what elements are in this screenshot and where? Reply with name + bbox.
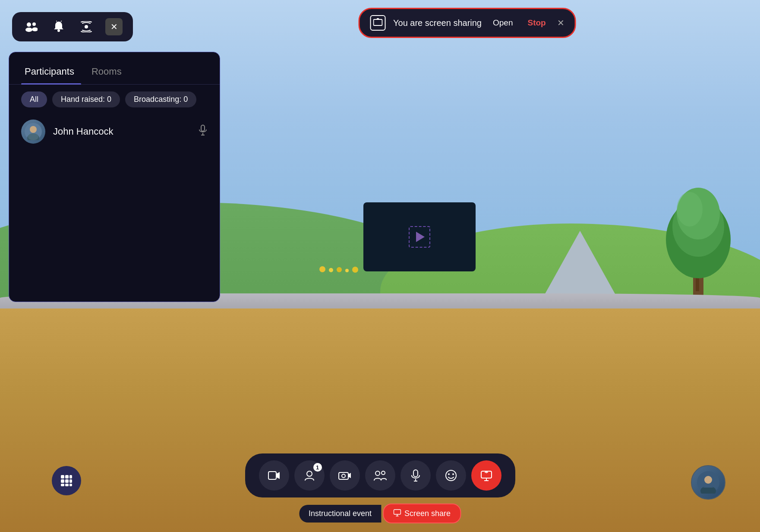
open-share-button[interactable]: Open: [489, 16, 516, 29]
svg-rect-19: [201, 125, 205, 131]
svg-point-34: [342, 474, 345, 478]
svg-point-9: [32, 28, 38, 31]
emoji-button[interactable]: [436, 460, 466, 491]
svg-rect-37: [413, 470, 418, 477]
participants-panel: Participants Rooms All Hand raised: 0 Br…: [9, 52, 220, 302]
user-avatar-corner[interactable]: [691, 465, 725, 500]
tab-rooms[interactable]: Rooms: [88, 63, 129, 84]
play-icon: [416, 232, 425, 242]
svg-rect-22: [61, 475, 64, 478]
bell-icon[interactable]: [50, 18, 67, 35]
screen-share-bar: You are screen sharing Open Stop ✕: [358, 8, 576, 38]
svg-point-36: [382, 471, 385, 475]
svg-line-12: [61, 21, 62, 22]
svg-point-47: [704, 476, 712, 484]
svg-point-40: [446, 470, 456, 481]
svg-rect-31: [268, 472, 276, 479]
screen-share-label[interactable]: Screen share: [383, 504, 461, 523]
mic-button[interactable]: [400, 460, 431, 491]
top-toolbar: ✕: [12, 12, 133, 41]
svg-rect-30: [69, 484, 72, 486]
panel-tabs: Participants Rooms: [9, 52, 220, 85]
svg-point-6: [27, 22, 31, 27]
svg-point-8: [32, 22, 36, 26]
svg-point-18: [28, 133, 38, 140]
participant-row: John Hancock: [9, 114, 220, 149]
svg-point-35: [375, 471, 380, 475]
svg-point-42: [452, 473, 454, 475]
audience-button[interactable]: [365, 460, 395, 491]
tab-participants[interactable]: Participants: [21, 63, 81, 84]
flower-decorations: [319, 266, 358, 273]
svg-point-16: [30, 126, 37, 133]
filter-row: All Hand raised: 0 Broadcasting: 0: [9, 91, 220, 114]
avatar: [21, 120, 45, 144]
svg-rect-24: [69, 475, 72, 478]
svg-point-41: [448, 473, 450, 475]
tree-decoration: [659, 170, 737, 308]
screen-share-icon: [370, 15, 385, 31]
screen-share-label-icon: [393, 509, 401, 518]
close-toolbar-button[interactable]: ✕: [105, 18, 123, 35]
screen-share-text: You are screen sharing: [393, 18, 482, 28]
filter-broadcasting[interactable]: Broadcasting: 0: [125, 91, 196, 107]
play-button[interactable]: [409, 226, 430, 248]
close-share-bar-button[interactable]: ✕: [557, 18, 564, 28]
svg-rect-14: [373, 19, 382, 25]
svg-point-10: [57, 29, 60, 32]
svg-point-13: [85, 25, 88, 28]
video-thumbnail[interactable]: [363, 202, 476, 271]
camera-button[interactable]: [330, 460, 360, 491]
mic-icon: [198, 125, 208, 139]
svg-rect-25: [61, 479, 64, 483]
svg-rect-33: [339, 472, 348, 479]
svg-rect-26: [65, 479, 69, 483]
stop-share-button[interactable]: Stop: [524, 16, 549, 29]
participants-badge: 1: [313, 463, 322, 472]
bottom-labels: Instructional event Screen share: [299, 504, 461, 523]
broadcast-icon[interactable]: [78, 18, 95, 35]
instructional-event-label: Instructional event: [299, 505, 381, 523]
participants-button[interactable]: 1: [294, 460, 325, 491]
svg-rect-49: [394, 510, 400, 514]
people-icon[interactable]: [22, 18, 40, 35]
svg-point-32: [307, 471, 312, 476]
svg-rect-28: [61, 484, 64, 486]
participant-name: John Hancock: [53, 126, 190, 137]
record-button[interactable]: [259, 460, 289, 491]
floor-surface: [0, 303, 760, 532]
svg-rect-27: [69, 479, 72, 483]
filter-hand-raised[interactable]: Hand raised: 0: [52, 91, 120, 107]
svg-point-7: [25, 28, 32, 32]
screen-share-button[interactable]: [471, 460, 501, 491]
svg-rect-29: [65, 484, 69, 486]
svg-point-5: [677, 192, 703, 227]
filter-all[interactable]: All: [21, 91, 47, 107]
svg-rect-23: [65, 475, 69, 478]
bottom-toolbar: 1: [245, 453, 515, 497]
grid-button[interactable]: [52, 466, 81, 495]
